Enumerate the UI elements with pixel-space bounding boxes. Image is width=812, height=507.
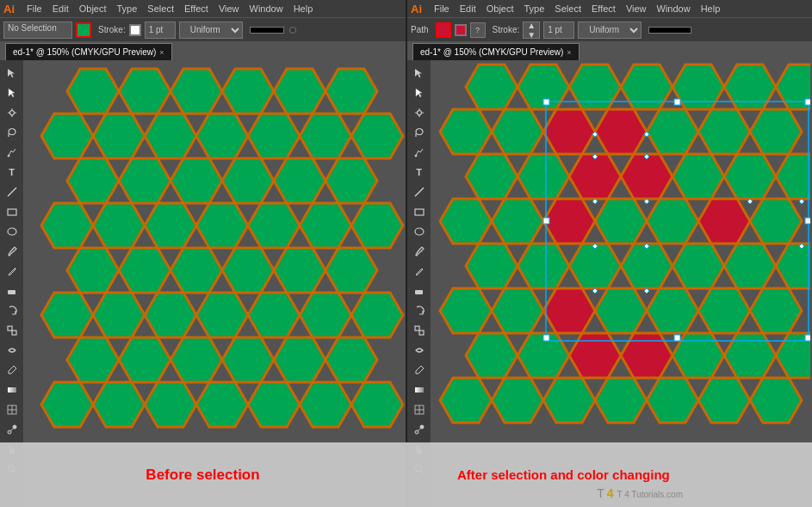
selection-dropdown[interactable]: No Selection bbox=[3, 22, 72, 39]
svg-point-4 bbox=[9, 111, 14, 115]
right-menu-object[interactable]: Object bbox=[481, 3, 519, 14]
svg-rect-39 bbox=[419, 331, 424, 335]
right-menu-edit[interactable]: Edit bbox=[455, 3, 481, 14]
r-line-btn[interactable] bbox=[410, 182, 429, 201]
right-stroke-swatch[interactable] bbox=[455, 24, 467, 36]
r-ellipse-btn[interactable] bbox=[410, 222, 429, 241]
r-eyedropper-btn[interactable] bbox=[410, 361, 429, 380]
right-menu-type[interactable]: Type bbox=[519, 3, 550, 14]
r-scale-btn[interactable] bbox=[410, 321, 429, 340]
svg-line-46 bbox=[418, 428, 421, 431]
r-hex-5-2 bbox=[518, 244, 569, 288]
r-hex-5-6 bbox=[724, 244, 776, 288]
left-menu-view[interactable]: View bbox=[214, 3, 245, 14]
eraser-tool-btn[interactable] bbox=[3, 281, 22, 300]
left-tab-close[interactable]: × bbox=[159, 48, 164, 57]
r-hex-4-3 bbox=[595, 199, 647, 244]
right-menu-select[interactable]: Select bbox=[549, 3, 586, 14]
right-menu-view[interactable]: View bbox=[621, 3, 652, 14]
r-magic-wand-btn[interactable] bbox=[410, 103, 429, 122]
hex-7-3 bbox=[170, 337, 222, 382]
scale-tool-btn[interactable] bbox=[3, 321, 22, 340]
hex-2-1 bbox=[93, 114, 145, 158]
eyedropper-tool-btn[interactable] bbox=[3, 361, 22, 380]
selection-tool-btn[interactable] bbox=[3, 64, 22, 83]
right-question-swatch[interactable]: ? bbox=[470, 22, 486, 38]
r-hex-4-2 bbox=[543, 199, 595, 244]
rect-tool-btn[interactable] bbox=[3, 202, 22, 221]
right-stroke-stepper[interactable]: ▲▼ bbox=[523, 22, 540, 39]
r-direct-select-btn[interactable] bbox=[410, 83, 429, 102]
warp-tool-btn[interactable] bbox=[3, 341, 22, 360]
right-fill-swatch[interactable] bbox=[436, 22, 451, 38]
gradient-tool-btn[interactable] bbox=[3, 380, 22, 399]
blend-tool-btn[interactable] bbox=[3, 420, 22, 439]
right-stroke-weight-input[interactable] bbox=[543, 22, 574, 39]
svg-line-21 bbox=[10, 428, 14, 431]
zoom-tool-btn[interactable] bbox=[3, 460, 22, 479]
r-type-btn[interactable]: T bbox=[410, 163, 429, 182]
r-rect-btn[interactable] bbox=[410, 202, 429, 221]
hex-6-4 bbox=[248, 293, 300, 337]
r-lasso-btn[interactable] bbox=[410, 123, 429, 142]
lasso-tool-btn[interactable] bbox=[3, 123, 22, 142]
r-mesh-btn[interactable] bbox=[410, 400, 429, 419]
r-pen-btn[interactable] bbox=[410, 143, 429, 162]
left-menu-type[interactable]: Type bbox=[112, 3, 143, 14]
left-tab-label: ed-1* @ 150% (CMYK/GPU Preview) bbox=[13, 47, 156, 57]
right-menu-file[interactable]: File bbox=[429, 3, 455, 14]
right-stroke-type-select[interactable]: Uniform bbox=[578, 22, 642, 39]
r-hex-2-2 bbox=[543, 109, 595, 154]
stroke-color-swatch[interactable] bbox=[129, 24, 141, 36]
right-menu-window[interactable]: Window bbox=[652, 3, 696, 14]
hand-tool-btn[interactable] bbox=[3, 440, 22, 459]
stroke-type-select[interactable]: Uniform bbox=[179, 22, 243, 39]
rotate-tool-btn[interactable] bbox=[3, 301, 22, 320]
hex-3-4 bbox=[222, 158, 274, 203]
r-pencil-btn[interactable] bbox=[410, 262, 429, 281]
direct-select-tool-btn[interactable] bbox=[3, 83, 22, 102]
r-rotate-btn[interactable] bbox=[410, 301, 429, 320]
right-menu-help[interactable]: Help bbox=[696, 3, 726, 14]
fill-color-swatch[interactable] bbox=[76, 22, 91, 38]
svg-point-31 bbox=[416, 129, 423, 135]
r-hex-1-4 bbox=[621, 65, 673, 109]
r-zoom-btn[interactable] bbox=[410, 460, 429, 479]
left-menu-select[interactable]: Select bbox=[142, 3, 179, 14]
left-menu-window[interactable]: Window bbox=[245, 3, 288, 14]
line-tool-btn[interactable] bbox=[3, 182, 22, 201]
stroke-label: Stroke: bbox=[98, 25, 126, 34]
handle-ml bbox=[543, 218, 549, 224]
left-document-tab[interactable]: ed-1* @ 150% (CMYK/GPU Preview) × bbox=[5, 43, 172, 60]
left-menu-help[interactable]: Help bbox=[288, 3, 319, 14]
r-hex-5-7 bbox=[776, 244, 810, 288]
hex-2-2 bbox=[145, 114, 196, 158]
r-selection-tool-btn[interactable] bbox=[410, 64, 429, 83]
r-blend-btn[interactable] bbox=[410, 420, 429, 439]
r-warp-btn[interactable] bbox=[410, 341, 429, 360]
pen-tool-btn[interactable] bbox=[3, 143, 22, 162]
left-menu-effect[interactable]: Effect bbox=[179, 3, 214, 14]
brush-tool-btn[interactable] bbox=[3, 242, 22, 261]
svg-line-23 bbox=[14, 471, 16, 473]
svg-point-7 bbox=[8, 155, 9, 157]
r-brush-btn[interactable] bbox=[410, 242, 429, 261]
hex-1-6 bbox=[325, 69, 377, 114]
right-tab-close[interactable]: × bbox=[567, 48, 571, 57]
r-hex-7-1 bbox=[466, 333, 518, 378]
r-hand-btn[interactable] bbox=[410, 440, 429, 459]
left-toolbar-row: No Selection Stroke: Uniform bbox=[0, 17, 406, 41]
r-gradient-btn[interactable] bbox=[410, 380, 429, 399]
r-eraser-btn[interactable] bbox=[410, 281, 429, 300]
left-menu-edit[interactable]: Edit bbox=[47, 3, 74, 14]
left-menu-object[interactable]: Object bbox=[74, 3, 112, 14]
left-menu-file[interactable]: File bbox=[22, 3, 47, 14]
right-document-tab[interactable]: ed-1* @ 150% (CMYK/GPU Preview) × bbox=[412, 43, 580, 60]
type-tool-btn[interactable]: T bbox=[3, 163, 22, 182]
stroke-weight-input[interactable] bbox=[145, 22, 176, 39]
mesh-tool-btn[interactable] bbox=[3, 400, 22, 419]
ellipse-tool-btn[interactable] bbox=[3, 222, 22, 241]
right-menu-effect[interactable]: Effect bbox=[586, 3, 621, 14]
pencil-tool-btn[interactable] bbox=[3, 262, 22, 281]
magic-wand-tool-btn[interactable] bbox=[3, 103, 22, 122]
